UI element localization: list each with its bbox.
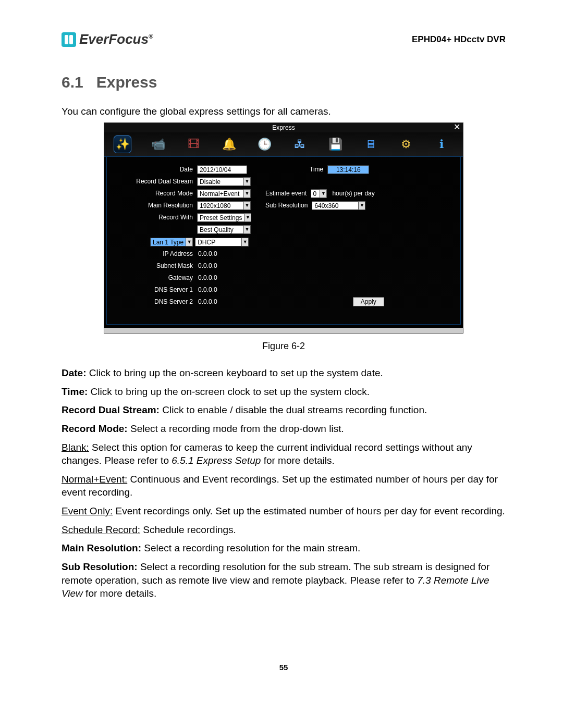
apply-button[interactable]: Apply: [353, 297, 384, 306]
dns1-value: 0.0.0.0: [197, 286, 217, 293]
gateway-value: 0.0.0.0: [197, 274, 217, 281]
subnet-mask-value: 0.0.0.0: [197, 262, 217, 269]
page-number: 55: [62, 663, 506, 672]
brand-logo: EverFocus®: [62, 31, 153, 47]
camera-icon[interactable]: 📹: [149, 135, 167, 153]
dual-stream-label: Record Dual Stream: [116, 178, 197, 185]
chevron-down-icon[interactable]: ▼: [320, 189, 327, 198]
logo-icon: [62, 32, 76, 47]
dns2-value: 0.0.0.0: [197, 298, 217, 305]
chevron-down-icon[interactable]: ▼: [241, 238, 249, 246]
lan-type-select[interactable]: Lan 1 Type: [150, 238, 186, 246]
chevron-down-icon[interactable]: ▼: [243, 189, 251, 198]
estimate-event-field[interactable]: 0: [311, 189, 320, 198]
gears-icon[interactable]: ⚙: [397, 135, 415, 153]
dvr-icon-bar: ✨ 📹 🎞 🔔 🕒 🖧 💾 🖥 ⚙ ℹ: [104, 132, 463, 157]
subnet-mask-label: Subnet Mask: [116, 262, 197, 269]
chevron-down-icon[interactable]: ▼: [244, 213, 251, 222]
record-quality-select[interactable]: Best Quality: [197, 225, 244, 234]
chevron-down-icon[interactable]: ▼: [243, 225, 251, 234]
disk-icon[interactable]: 💾: [326, 135, 344, 153]
dual-stream-select[interactable]: Disable: [197, 177, 244, 186]
date-field[interactable]: 2012/10/04: [197, 165, 247, 174]
sparkle-icon[interactable]: ✨: [114, 135, 131, 153]
dvr-express-panel: Express ✕ ✨ 📹 🎞 🔔 🕒 🖧 💾 🖥 ⚙ ℹ Date 2012/…: [104, 122, 463, 334]
time-field[interactable]: 13:14:16: [327, 165, 369, 174]
sub-resolution-select[interactable]: 640x360: [312, 201, 359, 210]
figure-caption: Figure 6-2: [62, 341, 506, 352]
close-icon[interactable]: ✕: [452, 124, 461, 132]
dvr-footer-bar: [104, 328, 463, 333]
registered-mark: ®: [149, 33, 153, 40]
clock-icon[interactable]: 🕒: [255, 135, 273, 153]
estimate-event-label: Estimate event: [265, 190, 311, 197]
product-name: EPHD04+ HDcctv DVR: [412, 34, 506, 45]
ip-address-label: IP Address: [116, 250, 197, 257]
time-label: Time: [310, 166, 327, 173]
chevron-down-icon[interactable]: ▼: [243, 177, 251, 186]
dvr-window-title: Express: [272, 124, 295, 131]
network-icon[interactable]: 🖧: [291, 135, 309, 153]
ip-address-value: 0.0.0.0: [197, 250, 217, 257]
gateway-label: Gateway: [116, 274, 197, 281]
record-with-select[interactable]: Preset Settings: [197, 213, 244, 222]
record-mode-select[interactable]: Normal+Event: [197, 189, 244, 198]
brand-name: EverFocus: [79, 31, 149, 47]
hours-per-day-label: hour(s) per day: [331, 190, 374, 197]
lan-mode-select[interactable]: DHCP: [195, 238, 242, 246]
description-block: Date: Click to bring up the on-screen ke…: [62, 366, 506, 600]
dvr-title-bar: Express ✕: [104, 123, 463, 132]
dns2-label: DNS Server 2: [116, 298, 197, 305]
section-title: 6.1 Express: [62, 73, 506, 91]
record-with-label: Record With: [116, 214, 197, 221]
page-header: EverFocus® EPHD04+ HDcctv DVR: [62, 31, 506, 47]
film-icon[interactable]: 🎞: [185, 135, 202, 153]
bell-icon[interactable]: 🔔: [220, 135, 238, 153]
sub-resolution-label: Sub Resolution: [265, 202, 312, 209]
record-mode-label: Record Mode: [116, 190, 197, 197]
monitor-icon[interactable]: 🖥: [362, 135, 380, 153]
chevron-down-icon[interactable]: ▼: [186, 238, 193, 246]
info-icon[interactable]: ℹ: [433, 135, 450, 153]
dns1-label: DNS Server 1: [116, 286, 197, 293]
chevron-down-icon[interactable]: ▼: [243, 201, 251, 210]
chevron-down-icon[interactable]: ▼: [358, 201, 365, 210]
main-resolution-label: Main Resolution: [116, 202, 197, 209]
date-label: Date: [116, 166, 197, 173]
intro-text: You can configure the global express set…: [62, 106, 506, 117]
main-resolution-select[interactable]: 1920x1080: [197, 201, 244, 210]
